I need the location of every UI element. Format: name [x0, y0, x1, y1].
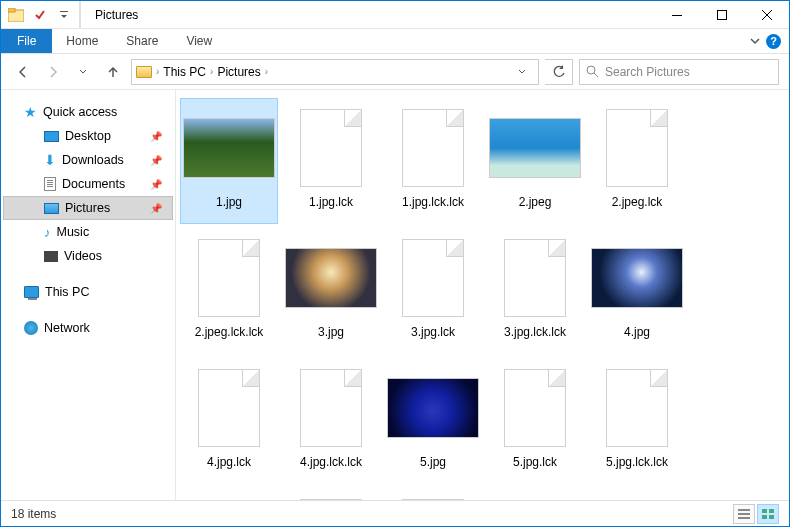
- app-icon[interactable]: [5, 4, 27, 26]
- videos-icon: [44, 251, 58, 262]
- svg-rect-3: [672, 15, 682, 16]
- maximize-button[interactable]: [699, 1, 744, 29]
- sidebar-item-videos[interactable]: Videos: [3, 244, 173, 268]
- svg-rect-10: [769, 509, 774, 513]
- sidebar-this-pc[interactable]: This PC: [3, 280, 173, 304]
- file-item[interactable]: 5.jpg.lck: [486, 358, 584, 484]
- back-button[interactable]: [11, 60, 35, 84]
- navigation-pane[interactable]: ★ Quick access Desktop📌⬇Downloads📌Docume…: [1, 90, 176, 500]
- file-name-label: 4.jpg: [624, 325, 650, 339]
- file-name-label: 1.jpg: [216, 195, 242, 209]
- sidebar-item-documents[interactable]: Documents📌: [3, 172, 173, 196]
- file-item[interactable]: 1.jpg.lck.lck: [384, 98, 482, 224]
- file-item[interactable]: 2.jpeg: [486, 98, 584, 224]
- svg-rect-12: [769, 515, 774, 519]
- file-item[interactable]: 4.jpg: [588, 228, 686, 354]
- music-icon: ♪: [44, 225, 51, 240]
- star-icon: ★: [24, 104, 37, 120]
- search-input[interactable]: Search Pictures: [579, 59, 779, 85]
- sidebar-item-label: Pictures: [65, 201, 110, 215]
- thumbnails-view-button[interactable]: [757, 504, 779, 524]
- minimize-button[interactable]: [654, 1, 699, 29]
- image-thumbnail: [387, 378, 479, 438]
- svg-rect-8: [738, 517, 750, 519]
- file-name-label: 1.jpg.lck.lck: [402, 195, 464, 209]
- image-thumbnail: [489, 118, 581, 178]
- sidebar-item-downloads[interactable]: ⬇Downloads📌: [3, 148, 173, 172]
- file-item[interactable]: 6.jpg.lck.lck: [384, 488, 482, 500]
- file-item[interactable]: 3.jpg.lck.lck: [486, 228, 584, 354]
- pin-icon: 📌: [150, 179, 162, 190]
- file-item[interactable]: 5.jpg.lck.lck: [588, 358, 686, 484]
- recent-dropdown-icon[interactable]: [71, 60, 95, 84]
- sidebar-item-music[interactable]: ♪Music: [3, 220, 173, 244]
- file-name-label: 5.jpg: [420, 455, 446, 469]
- blank-file-icon: [198, 239, 260, 317]
- svg-rect-6: [738, 509, 750, 511]
- file-item[interactable]: 3.jpg: [282, 228, 380, 354]
- file-item[interactable]: 1.jpg: [180, 98, 278, 224]
- up-button[interactable]: [101, 60, 125, 84]
- tab-view[interactable]: View: [172, 29, 226, 53]
- file-name-label: 4.jpg.lck.lck: [300, 455, 362, 469]
- search-placeholder: Search Pictures: [605, 65, 690, 79]
- chevron-right-icon[interactable]: ›: [210, 66, 213, 77]
- blank-file-icon: [402, 239, 464, 317]
- help-icon[interactable]: ?: [766, 34, 781, 49]
- chevron-right-icon[interactable]: ›: [156, 66, 159, 77]
- address-bar[interactable]: › This PC › Pictures ›: [131, 59, 539, 85]
- file-tab[interactable]: File: [1, 29, 52, 53]
- window-controls: [654, 1, 789, 29]
- file-item[interactable]: 2.jpeg.lck: [588, 98, 686, 224]
- details-view-button[interactable]: [733, 504, 755, 524]
- blank-file-icon: [198, 369, 260, 447]
- file-item[interactable]: 2.jpeg.lck.lck: [180, 228, 278, 354]
- file-name-label: 4.jpg.lck: [207, 455, 251, 469]
- svg-point-5: [587, 66, 595, 74]
- pin-icon: 📌: [150, 155, 162, 166]
- search-icon: [586, 65, 599, 78]
- sidebar-item-label: Network: [44, 321, 90, 335]
- pin-icon: 📌: [150, 203, 162, 214]
- separator: [80, 1, 81, 28]
- window-title: Pictures: [87, 8, 146, 22]
- file-name-label: 2.jpeg: [519, 195, 552, 209]
- sidebar-quick-access[interactable]: ★ Quick access: [3, 100, 173, 124]
- sidebar-item-label: Quick access: [43, 105, 117, 119]
- breadcrumb-this-pc[interactable]: This PC: [163, 65, 206, 79]
- file-item[interactable]: 6.jpg.lck: [282, 488, 380, 500]
- breadcrumb-pictures[interactable]: Pictures: [217, 65, 260, 79]
- file-item[interactable]: 5.jpg: [384, 358, 482, 484]
- svg-rect-9: [762, 509, 767, 513]
- file-item[interactable]: 4.jpg.lck.lck: [282, 358, 380, 484]
- sidebar-network[interactable]: Network: [3, 316, 173, 340]
- expand-ribbon-icon[interactable]: [750, 36, 760, 46]
- tab-home[interactable]: Home: [52, 29, 112, 53]
- title-bar[interactable]: Pictures: [1, 1, 789, 29]
- file-name-label: 1.jpg.lck: [309, 195, 353, 209]
- item-count: 18 items: [11, 507, 56, 521]
- properties-icon[interactable]: [29, 4, 51, 26]
- file-list[interactable]: 1.jpg1.jpg.lck1.jpg.lck.lck2.jpeg2.jpeg.…: [176, 90, 789, 500]
- desktop-icon: [44, 131, 59, 142]
- file-item[interactable]: 1.jpg.lck: [282, 98, 380, 224]
- sidebar-item-desktop[interactable]: Desktop📌: [3, 124, 173, 148]
- svg-rect-1: [8, 8, 15, 12]
- sidebar-item-pictures[interactable]: Pictures📌: [3, 196, 173, 220]
- folder-icon: [136, 66, 152, 78]
- status-bar: 18 items: [1, 500, 789, 526]
- blank-file-icon: [606, 109, 668, 187]
- file-item[interactable]: 6.jpg: [180, 488, 278, 500]
- tab-share[interactable]: Share: [112, 29, 172, 53]
- qat-dropdown-icon[interactable]: [53, 4, 75, 26]
- blank-file-icon: [300, 499, 362, 500]
- forward-button[interactable]: [41, 60, 65, 84]
- file-item[interactable]: 4.jpg.lck: [180, 358, 278, 484]
- file-item[interactable]: 3.jpg.lck: [384, 228, 482, 354]
- refresh-button[interactable]: [545, 59, 573, 85]
- chevron-right-icon[interactable]: ›: [265, 66, 268, 77]
- sidebar-item-label: Desktop: [65, 129, 111, 143]
- address-dropdown-icon[interactable]: [510, 65, 534, 79]
- close-button[interactable]: [744, 1, 789, 29]
- image-thumbnail: [591, 248, 683, 308]
